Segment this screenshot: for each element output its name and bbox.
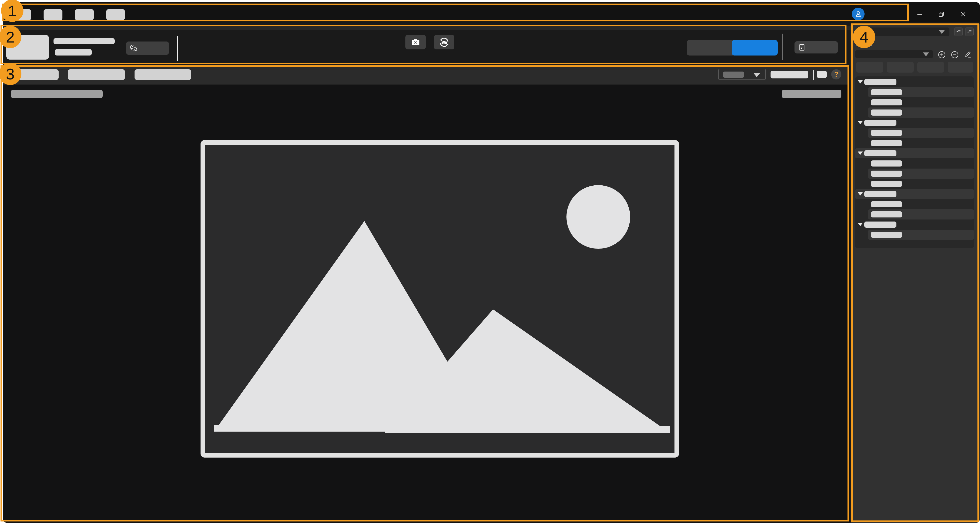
view-title-placeholder bbox=[11, 90, 103, 98]
tab-placeholder[interactable] bbox=[135, 69, 191, 80]
tree-expand-arrow-icon[interactable] bbox=[858, 223, 863, 226]
toolbar-separator-2 bbox=[783, 33, 783, 60]
tree-child-row[interactable] bbox=[868, 209, 974, 219]
edit-button[interactable] bbox=[963, 50, 972, 60]
toolbar-divider-strip bbox=[3, 26, 980, 30]
tab-strip: ? bbox=[3, 66, 849, 84]
tree-item-label-placeholder bbox=[871, 140, 902, 146]
toolbar-separator bbox=[177, 36, 178, 61]
right-sidebar bbox=[851, 24, 980, 523]
camera-refresh-icon bbox=[438, 36, 450, 48]
camera-icon bbox=[410, 36, 421, 48]
image-placeholder bbox=[200, 140, 679, 458]
screenshot-root: ? bbox=[0, 0, 980, 523]
tree-item-label-placeholder bbox=[871, 201, 902, 207]
mode-toggle bbox=[687, 40, 778, 55]
tree-child-row[interactable] bbox=[868, 138, 974, 148]
sidebar-segment-button[interactable] bbox=[917, 62, 944, 73]
tree-child-row[interactable] bbox=[868, 128, 974, 138]
dropdown-arrow-icon bbox=[923, 52, 929, 56]
close-button[interactable] bbox=[958, 9, 969, 20]
tab-placeholder[interactable] bbox=[68, 69, 125, 80]
collapse-all-button[interactable] bbox=[954, 27, 963, 36]
minimize-icon bbox=[916, 10, 923, 18]
tree-item-label-placeholder bbox=[871, 171, 902, 177]
tree-child-row[interactable] bbox=[868, 158, 974, 168]
minus-icon bbox=[951, 51, 959, 59]
add-button[interactable] bbox=[938, 51, 946, 60]
user-avatar-button[interactable] bbox=[852, 8, 865, 21]
tree-item-label-placeholder bbox=[871, 181, 902, 187]
tree-item-label-placeholder bbox=[864, 222, 896, 228]
camera-status-placeholder bbox=[55, 49, 92, 55]
document-icon bbox=[797, 43, 806, 52]
tree-parent-row[interactable] bbox=[855, 77, 974, 87]
broken-link-icon bbox=[129, 43, 138, 53]
tree-child-row[interactable] bbox=[868, 179, 974, 189]
capture-continuous-button[interactable] bbox=[434, 35, 454, 49]
tree-parent-row[interactable] bbox=[855, 189, 974, 199]
dropdown-arrow-icon bbox=[939, 30, 945, 34]
tree-child-row[interactable] bbox=[868, 199, 974, 209]
tree-item-label-placeholder bbox=[864, 191, 896, 197]
tree-parent-row[interactable] bbox=[855, 219, 974, 230]
view-dropdown[interactable] bbox=[718, 69, 766, 80]
sun-shape bbox=[566, 185, 630, 249]
camera-name-placeholder bbox=[54, 38, 115, 44]
sidebar-recipe-dropdown[interactable] bbox=[855, 50, 933, 58]
tree-expand-arrow-icon[interactable] bbox=[858, 192, 863, 195]
sidebar-segment-button[interactable] bbox=[856, 62, 883, 73]
tree-item-label-placeholder bbox=[871, 99, 902, 105]
minimize-button[interactable] bbox=[914, 9, 925, 20]
menu-item-placeholder[interactable] bbox=[106, 9, 125, 21]
tab-placeholder[interactable] bbox=[16, 69, 59, 80]
tree-item-label-placeholder bbox=[864, 150, 896, 156]
tree-child-row[interactable] bbox=[868, 108, 974, 117]
menu-item-placeholder[interactable] bbox=[44, 9, 62, 21]
sidebar-segment-buttons bbox=[856, 62, 973, 73]
image-placeholder-graphic bbox=[205, 145, 675, 453]
dropdown-arrow-icon bbox=[754, 73, 760, 77]
main-work-area: ? bbox=[3, 66, 849, 523]
annotation-badge-3: 3 bbox=[0, 63, 21, 85]
help-button[interactable]: ? bbox=[831, 69, 842, 79]
app-window: ? bbox=[3, 2, 980, 523]
menu-item-placeholder[interactable] bbox=[75, 9, 94, 21]
tree-item-label-placeholder bbox=[871, 211, 902, 217]
mode-toggle-left-segment[interactable] bbox=[687, 40, 735, 55]
tree-item-label-placeholder bbox=[871, 160, 902, 166]
restore-icon bbox=[937, 10, 945, 18]
tree-child-row[interactable] bbox=[868, 230, 974, 240]
tree-parent-row[interactable] bbox=[855, 148, 974, 158]
tree-expand-arrow-icon[interactable] bbox=[858, 80, 863, 84]
tree-parent-row[interactable] bbox=[855, 117, 974, 128]
title-bar bbox=[3, 2, 980, 22]
step-tree bbox=[855, 76, 974, 248]
collapse-all-icon bbox=[956, 29, 961, 35]
tree-child-row[interactable] bbox=[868, 97, 974, 108]
tree-item-label-placeholder bbox=[871, 130, 902, 136]
sidebar-segment-button[interactable] bbox=[887, 62, 914, 73]
toolbar bbox=[3, 22, 980, 66]
view-info-placeholder bbox=[782, 90, 842, 98]
expand-all-button[interactable] bbox=[965, 27, 974, 36]
annotation-badge-1: 1 bbox=[1, 0, 24, 22]
plus-icon bbox=[938, 51, 946, 59]
mode-toggle-right-segment-active[interactable] bbox=[732, 40, 778, 55]
log-button[interactable] bbox=[794, 41, 838, 54]
remove-button[interactable] bbox=[951, 51, 959, 60]
edit-icon bbox=[963, 50, 972, 59]
tree-expand-arrow-icon[interactable] bbox=[858, 152, 863, 155]
tree-item-label-placeholder bbox=[871, 89, 902, 95]
tree-expand-arrow-icon[interactable] bbox=[858, 121, 863, 124]
capture-once-button[interactable] bbox=[406, 35, 426, 49]
tree-child-row[interactable] bbox=[868, 168, 974, 179]
annotation-badge-2: 2 bbox=[0, 26, 21, 48]
disconnect-button[interactable] bbox=[126, 41, 169, 55]
tree-child-row[interactable] bbox=[868, 87, 974, 97]
restore-button[interactable] bbox=[935, 9, 947, 20]
tree-item-label-placeholder bbox=[864, 79, 896, 85]
tree-item-label-placeholder bbox=[871, 109, 902, 116]
person-icon bbox=[854, 10, 862, 18]
sidebar-segment-button[interactable] bbox=[948, 62, 973, 73]
